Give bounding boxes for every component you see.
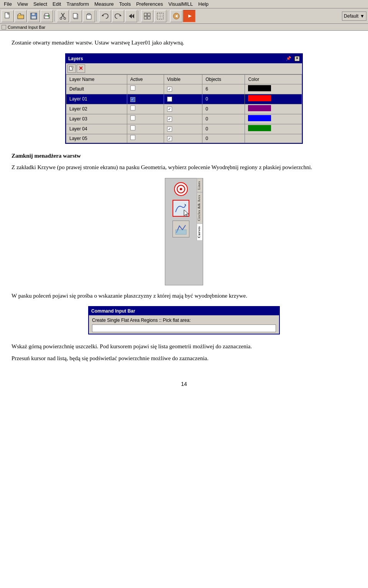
delete-layer-button[interactable]: ✕ [77,64,85,73]
svg-rect-25 [148,16,150,19]
svg-marker-21 [129,14,134,18]
layers-close-button[interactable]: ✕ [294,56,300,61]
section2-text2: Z zakładki Krzywe (po prawej stronie ekr… [12,163,356,172]
separator-4 [168,11,169,21]
color-cell[interactable] [245,114,302,124]
visible-cell[interactable]: ✓ [164,104,202,114]
svg-marker-20 [119,15,122,16]
open-button[interactable] [15,10,27,22]
separator-2 [97,11,97,21]
print-button[interactable] [41,10,53,22]
chevron-down-icon: ▼ [360,13,365,19]
toolbar: Default ▼ [0,8,368,24]
menu-edit[interactable]: Edit [50,1,63,7]
select-button[interactable] [154,10,166,22]
paste-button[interactable] [83,10,95,22]
layers-table: Layer Name Active Visible Objects Color … [66,74,302,143]
color-cell[interactable] [245,94,302,104]
tab-lines[interactable]: Lines [197,178,203,193]
cmd-prompt-text: Create Single Flat Area Regions :: Pick … [92,318,191,323]
section2-text1: Zamknij menadżera warstw [12,152,356,160]
color-cell[interactable] [245,104,302,114]
objects-cell: 0 [202,114,245,124]
visible-cell[interactable]: ✓ [164,94,202,104]
active-cell[interactable] [127,104,164,114]
svg-rect-16 [73,13,77,18]
col-layer-name: Layer Name [66,74,127,84]
circle-tool-button[interactable] [174,182,188,196]
svg-marker-19 [102,15,104,16]
menu-preferences[interactable]: Preferences [134,1,165,7]
forward-button[interactable] [125,10,137,22]
redo-button[interactable] [112,10,124,22]
svg-point-10 [48,15,49,16]
visible-cell[interactable]: ✓ [164,124,202,134]
color-cell[interactable] [245,124,302,134]
active-cell[interactable] [127,114,164,124]
svg-rect-3 [18,15,24,19]
cmd-input-body: Create Single Flat Area Regions :: Pick … [89,315,279,334]
geometry-panel: Lines Circles && Arcs Curves [165,178,203,285]
command-bar-label: Command Input Bar [8,25,45,30]
active-cell[interactable]: ✓ [127,94,164,104]
layers-toolbar: ✕ [66,63,302,74]
layer-name-cell: Layer 01 [66,94,127,104]
menu-select[interactable]: Select [31,1,49,7]
intro-paragraph: Zostanie otwarty menadżer warstw. Ustaw … [12,38,356,47]
objects-cell: 0 [202,124,245,134]
layers-title: Layers [68,55,83,62]
grid-button[interactable] [141,10,153,22]
layer-name-cell: Layer 04 [66,124,127,134]
col-color: Color [245,74,302,84]
svg-point-13 [60,17,62,19]
menu-transform[interactable]: Transform [64,1,91,7]
dropdown-label: Default [344,13,358,19]
color-cell[interactable] [245,134,302,143]
separator-3 [139,11,140,21]
active-cell[interactable] [127,124,164,134]
copy-button[interactable] [70,10,82,22]
active-cell[interactable] [127,134,164,143]
visible-cell[interactable]: ✓ [164,114,202,124]
curves-tool-button[interactable] [172,200,189,217]
panel-tabs: Lines Circles && Arcs Curves [197,178,203,285]
tab-circles[interactable]: Circles && Arcs [197,192,203,224]
menu-help[interactable]: Help [196,1,211,7]
flat-region-tool-button[interactable] [172,221,189,237]
undo-button[interactable] [99,10,111,22]
panel-icons [165,178,197,285]
new-layer-button[interactable] [67,64,76,73]
menu-visualmill[interactable]: VisualMILL [166,1,195,7]
svg-rect-18 [88,13,90,15]
col-visible: Visible [164,74,202,84]
visible-cell[interactable]: ✓ [164,134,202,143]
svg-rect-40 [176,230,186,234]
svg-rect-24 [144,16,147,19]
cam-button[interactable] [183,10,196,22]
color-cell[interactable] [245,84,302,94]
layers-dialog: Layers 📌 ✕ ✕ Layer Name Active Visible [65,53,303,144]
cmd-input-dialog: Command Input Bar Create Single Flat Are… [88,306,280,334]
cmd-input-field[interactable] [92,324,276,332]
tab-curves[interactable]: Curves [197,224,203,241]
svg-rect-17 [87,15,91,19]
separator-1 [54,11,55,21]
cut-button[interactable] [57,10,69,22]
layers-title-bar: Layers 📌 ✕ [66,54,302,63]
layer-name-cell: Default [66,84,127,94]
pin-icon: 📌 [286,55,291,62]
menu-measure[interactable]: Measure [92,1,116,7]
profile-dropdown[interactable]: Default ▼ [342,12,366,21]
new-button[interactable] [2,10,14,22]
save-button[interactable] [28,10,40,22]
active-cell[interactable] [127,84,164,94]
layer-name-cell: Layer 03 [66,114,127,124]
menu-file[interactable]: File [2,1,14,7]
svg-rect-5 [32,13,35,15]
svg-rect-9 [45,16,49,18]
menu-tools[interactable]: Tools [117,1,133,7]
visible-cell[interactable]: ✓ [164,84,202,94]
back-button[interactable] [170,10,182,22]
menu-view[interactable]: View [15,1,30,7]
svg-rect-6 [31,16,36,19]
